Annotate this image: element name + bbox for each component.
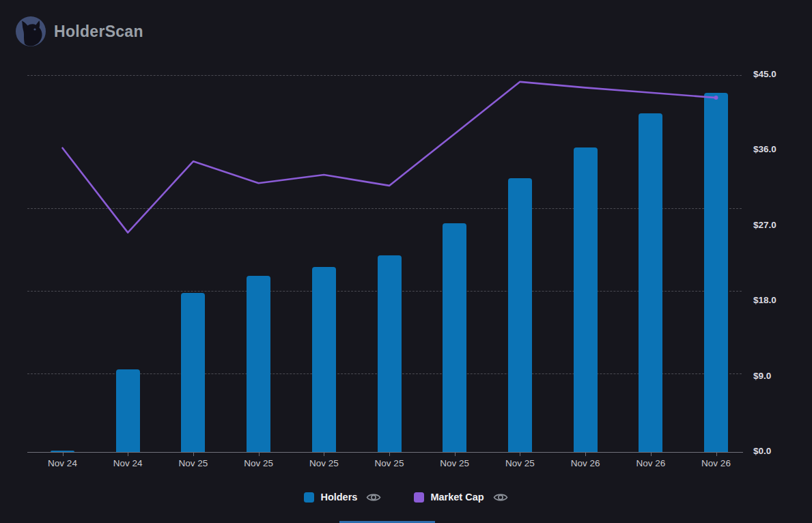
x-axis-tick [259, 453, 260, 456]
app-background: HolderScan Nov 24Nov 24Nov 25Nov 25Nov 2… [0, 0, 812, 523]
x-axis-tick [63, 453, 64, 456]
x-axis-tick [651, 453, 652, 456]
logo-text: HolderScan [54, 23, 143, 41]
y-axis-label: $36.0 [753, 144, 776, 154]
legend-item-holders[interactable]: Holders [304, 492, 381, 503]
x-axis-tick [389, 453, 390, 456]
legend-label-holders: Holders [320, 492, 357, 503]
x-axis-tick [324, 453, 324, 456]
x-axis-label: Nov 25 [232, 458, 286, 468]
x-axis-line [27, 452, 743, 453]
market-cap-visibility-eye-icon[interactable] [493, 492, 508, 503]
y-axis-label: $18.0 [753, 295, 776, 305]
y-axis-label: $0.0 [753, 446, 771, 456]
x-axis-tick [193, 453, 194, 456]
x-axis-label: Nov 26 [624, 458, 678, 468]
x-axis-label: Nov 24 [36, 458, 90, 468]
x-axis-tick [128, 453, 128, 456]
x-axis-label: Nov 25 [296, 458, 351, 468]
holders-swatch-icon [304, 492, 314, 503]
y-axis-label: $45.0 [753, 69, 776, 79]
x-axis-label: Nov 26 [689, 458, 744, 468]
y-axis-label: $27.0 [753, 220, 776, 230]
holderscan-logo[interactable]: HolderScan [16, 16, 143, 46]
x-axis-tick [585, 453, 586, 456]
x-axis-label: Nov 26 [558, 458, 613, 468]
holderscan-logo-icon [16, 16, 46, 46]
market-cap-swatch-icon [414, 492, 424, 503]
market-cap-line[interactable] [27, 75, 736, 452]
legend-item-market-cap[interactable]: Market Cap [414, 492, 507, 503]
x-axis-tick [455, 453, 456, 456]
holders-visibility-eye-icon[interactable] [366, 492, 381, 503]
x-axis-label: Nov 25 [428, 458, 482, 468]
x-axis-label: Nov 25 [362, 458, 417, 468]
x-axis-label: Nov 25 [166, 458, 221, 468]
x-axis-label: Nov 24 [100, 458, 155, 468]
chart-plot-area[interactable] [27, 75, 736, 452]
x-axis-tick [520, 453, 520, 456]
x-axis-label: Nov 25 [492, 458, 547, 468]
y-axis-label: $9.0 [753, 371, 771, 381]
chart-legend: Holders Market Cap [0, 492, 812, 503]
legend-label-market-cap: Market Cap [430, 492, 484, 503]
x-axis-tick [716, 453, 717, 456]
